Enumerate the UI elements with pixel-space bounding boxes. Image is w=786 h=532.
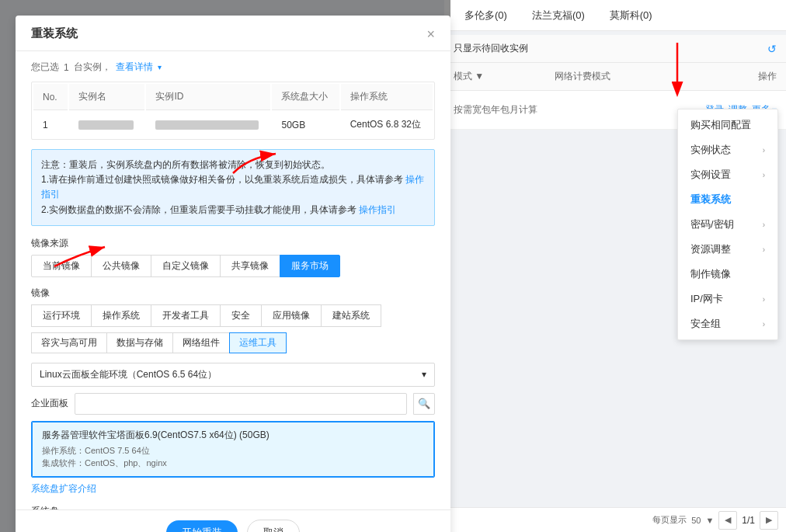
reinstall-modal: 重装系统 × 您已选 1 台实例， 查看详情 ▾ No. 实例名 实例ID 系统… — [16, 16, 450, 532]
row-id: ir-████████ — [146, 112, 270, 137]
confirm-reinstall-button[interactable]: 开始重装 — [166, 520, 238, 532]
image-search-row: 企业面板 🔍 — [31, 393, 435, 415]
col-disk: 系统盘大小 — [272, 84, 339, 110]
table-row: 1 ████ ir-████████ 50GB CentOS 6.8 32位 — [33, 112, 433, 137]
prev-page-button[interactable]: ◀ — [718, 511, 737, 530]
expand-link[interactable]: 系统盘扩容介绍 — [31, 482, 96, 495]
tab-security[interactable]: 安全 — [220, 304, 262, 327]
tab-frankfurt[interactable]: 法兰克福(0) — [520, 0, 597, 31]
page-size-value: 50 — [691, 516, 701, 525]
image-search-input[interactable] — [75, 393, 407, 415]
dropdown-item-make-image[interactable]: 制作镜像 — [678, 262, 777, 287]
tab-data-storage[interactable]: 数据与存储 — [106, 332, 173, 353]
dropdown-item-instance-settings[interactable]: 实例设置 › — [678, 162, 777, 187]
instance-unit: 台实例， — [74, 61, 111, 74]
dropdown-item-reinstall[interactable]: 重装系统 — [678, 187, 777, 212]
image-select-value: Linux云面板全能环境（CentOS 6.5 64位） — [40, 368, 217, 381]
tab-shared-image[interactable]: 共享镜像 — [220, 255, 280, 277]
tab-app-image[interactable]: 应用镜像 — [261, 304, 322, 327]
image-item-0[interactable]: 服务器管理软件宝塔面板6.9(CentOS7.5 x64位) (50GB) 操作… — [32, 422, 434, 477]
tab-ha[interactable]: 容灾与高可用 — [31, 332, 107, 353]
tab-website[interactable]: 建站系统 — [321, 304, 381, 327]
instance-count: 1 — [64, 62, 69, 73]
modal-footer: 开始重装 取消 — [16, 509, 450, 532]
blurred-id: ir-████████ — [155, 120, 258, 130]
instance-info: 您已选 1 台实例， 查看详情 ▾ — [31, 61, 435, 74]
tab-ops-tools[interactable]: 运维工具 — [229, 332, 287, 353]
col-name: 实例名 — [69, 84, 145, 110]
warning-line-3: 2.实例数据盘的数据不会清除，但重装后需要手动挂载才能使用，具体请参考 操作指引 — [41, 203, 425, 217]
view-detail-link[interactable]: 查看详情 — [116, 61, 153, 74]
page-size-arrow: ▼ — [705, 516, 714, 525]
tab-moscow[interactable]: 莫斯科(0) — [597, 0, 665, 31]
tab-custom-image[interactable]: 自定义镜像 — [151, 255, 221, 277]
next-page-button[interactable]: ▶ — [760, 511, 778, 530]
source-tabs: 当前镜像 公共镜像 自定义镜像 共享镜像 服务市场 — [31, 255, 435, 277]
filter-bar: 只显示待回收实例 ↺ — [444, 35, 786, 63]
image-label: 镜像 — [31, 287, 435, 300]
category-tabs: 运行环境 操作系统 开发者工具 安全 应用镜像 建站系统 — [31, 304, 435, 326]
dropdown-item-same-config[interactable]: 购买相同配置 — [678, 113, 777, 137]
tab-public-image[interactable]: 公共镜像 — [91, 255, 151, 277]
dropdown-menu: 购买相同配置 实例状态 › 实例设置 › 重装系统 密码/密钥 › 资源调整 ›… — [677, 109, 778, 340]
dropdown-item-password[interactable]: 密码/密钥 › — [678, 212, 777, 237]
tab-current-image[interactable]: 当前镜像 — [31, 255, 92, 277]
row-mode-text: 按需宽包年包月计算 — [454, 103, 705, 116]
image-item-detail2: 集成软件：CentOS、php、nginx — [42, 457, 424, 470]
warning-link-1[interactable]: 操作指引 — [41, 174, 424, 200]
chevron-right-icon: › — [763, 320, 765, 329]
chevron-right-icon: › — [763, 295, 765, 304]
blurred-name: ████ — [78, 120, 134, 130]
image-list: 服务器管理软件宝塔面板6.9(CentOS7.5 x64位) (50GB) 操作… — [31, 421, 435, 478]
image-source-section: 镜像来源 当前镜像 公共镜像 自定义镜像 共享镜像 服务市场 — [31, 237, 435, 277]
tab-service-market[interactable]: 服务市场 — [280, 255, 340, 277]
chevron-right-icon: › — [763, 171, 765, 179]
dropdown-item-resource-adjust[interactable]: 资源调整 › — [678, 237, 777, 262]
dropdown-item-security-group[interactable]: 安全组 › — [678, 311, 777, 336]
warning-link-2[interactable]: 操作指引 — [359, 204, 396, 215]
tab-runtime[interactable]: 运行环境 — [31, 304, 92, 327]
tab-toronto[interactable]: 多伦多(0) — [452, 0, 520, 31]
col-id: 实例ID — [146, 84, 270, 110]
filter-text: 只显示待回收实例 — [454, 42, 528, 55]
row-os: CentOS 6.8 32位 — [341, 112, 433, 137]
tab-network[interactable]: 网络组件 — [172, 332, 230, 353]
image-item-detail1: 操作系统：CentOS 7.5 64位 — [42, 444, 424, 457]
refresh-icon[interactable]: ↺ — [767, 43, 777, 55]
dropdown-item-ip-nic[interactable]: IP/网卡 › — [678, 287, 777, 311]
chevron-down-icon: ▾ — [422, 369, 426, 380]
cancel-button[interactable]: 取消 — [247, 520, 300, 532]
modal-body: 您已选 1 台实例， 查看详情 ▾ No. 实例名 实例ID 系统盘大小 操作系… — [16, 51, 450, 509]
image-category-section: 镜像 运行环境 操作系统 开发者工具 安全 应用镜像 建站系统 容灾与高可用 数… — [31, 287, 435, 353]
warning-line-2: 1.请在操作前通过创建快照或镜像做好相关备份，以免重装系统后造成损失，具体请参考… — [41, 172, 425, 202]
row-name: ████ — [69, 112, 145, 137]
dropdown-item-instance-status[interactable]: 实例状态 › — [678, 137, 777, 162]
chevron-right-icon: › — [763, 146, 765, 155]
page-info: 1/1 — [742, 515, 755, 526]
modal-close-button[interactable]: × — [426, 27, 435, 41]
search-icon[interactable]: 🔍 — [413, 393, 435, 415]
subcategory-tabs: 容灾与高可用 数据与存储 网络组件 运维工具 — [31, 332, 435, 353]
col-network-header: 网络计费模式 — [555, 70, 656, 83]
tab-os[interactable]: 操作系统 — [91, 304, 151, 327]
instance-table: No. 实例名 实例ID 系统盘大小 操作系统 1 ████ ir-██████… — [31, 82, 435, 140]
row-disk-size: 50GB — [272, 112, 339, 137]
chevron-right-icon: › — [763, 245, 765, 254]
top-tab-bar: 多伦多(0) 法兰克福(0) 莫斯科(0) — [444, 0, 786, 31]
chevron-down-icon: ▾ — [158, 63, 162, 71]
pagination-bar: 每页显示 50 ▼ ◀ 1/1 ▶ — [444, 507, 786, 532]
warning-line-1: 注意：重装后，实例系统盘内的所有数据将被清除，恢复到初始状态。 — [41, 158, 425, 172]
chevron-right-icon: › — [763, 221, 765, 229]
image-search-label: 企业面板 — [31, 397, 68, 410]
tab-devtools[interactable]: 开发者工具 — [151, 304, 221, 327]
modal-title: 重装系统 — [31, 26, 78, 41]
image-select-dropdown[interactable]: Linux云面板全能环境（CentOS 6.5 64位） ▾ — [31, 363, 435, 387]
page-size-label: 每页显示 — [652, 514, 687, 526]
instance-prefix: 您已选 — [31, 61, 59, 74]
col-mode-header: 模式 ▼ — [454, 70, 555, 83]
modal-header: 重装系统 × — [16, 16, 450, 51]
table-header-right: 模式 ▼ 网络计费模式 操作 — [444, 63, 786, 91]
col-action-header: 操作 — [715, 70, 777, 83]
image-source-label: 镜像来源 — [31, 237, 435, 250]
image-item-name: 服务器管理软件宝塔面板6.9(CentOS7.5 x64位) (50GB) — [42, 429, 424, 442]
